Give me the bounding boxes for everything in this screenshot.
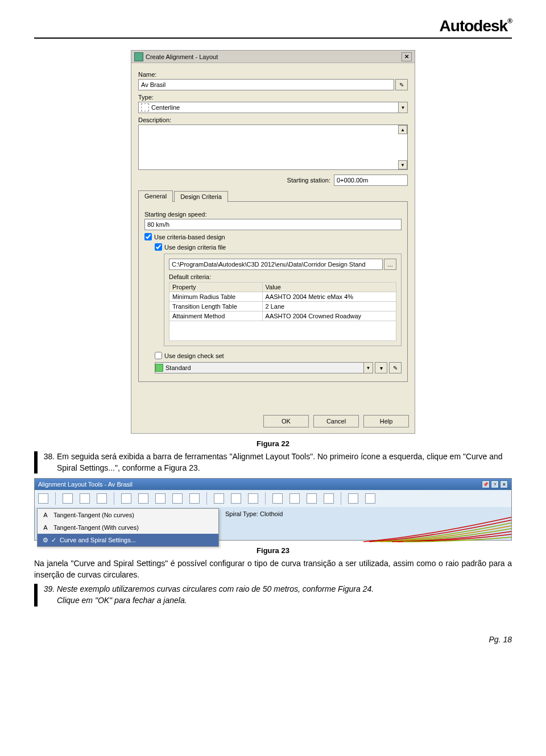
instruction-38: Em seguida será exibida a barra de ferra… <box>34 451 512 473</box>
scroll-down-icon[interactable]: ▼ <box>398 160 407 169</box>
alignment-icon: A <box>41 523 50 532</box>
use-checkset-label: Use design check set <box>164 352 224 359</box>
tool-icon[interactable] <box>324 493 334 504</box>
description-label: Description: <box>138 117 408 123</box>
criteria-table: Property Value Minimum Radius Table AASH… <box>169 282 396 341</box>
tool-icon[interactable] <box>189 493 200 504</box>
default-criteria-label: Default criteria: <box>169 273 396 280</box>
type-label: Type: <box>138 94 408 101</box>
toolbar-title: Alignment Layout Tools - Av Brasil <box>38 481 133 488</box>
chevron-down-icon: ▼ <box>363 363 373 373</box>
name-label: Name: <box>138 71 408 78</box>
tool-icon[interactable] <box>272 493 283 504</box>
tool-icon[interactable] <box>214 493 224 504</box>
toolbar-help-icon[interactable]: ? <box>491 480 499 488</box>
alignment-icon: A <box>41 510 50 520</box>
road-curves-graphic <box>363 514 511 543</box>
ok-button[interactable]: OK <box>263 415 309 427</box>
checkset-action-1[interactable]: ▾ <box>375 362 387 373</box>
table-header-value: Value <box>262 283 396 292</box>
use-file-checkbox[interactable] <box>155 243 162 251</box>
checkset-action-2[interactable]: ✎ <box>389 362 402 373</box>
autodesk-logo: Autodesk® <box>440 17 512 35</box>
table-row: Transition Length Table 2 Lane <box>169 302 396 311</box>
alignment-layout-toolbar: Alignment Layout Tools - Av Brasil 📌 ? ✕ <box>34 478 512 541</box>
toolbar-titlebar: Alignment Layout Tools - Av Brasil 📌 ? ✕ <box>35 479 511 490</box>
station-label: Starting station: <box>287 177 330 184</box>
tool-icon[interactable] <box>307 493 317 504</box>
tab-design-criteria[interactable]: Design Criteria <box>174 191 228 202</box>
menu-item-curve-spiral-settings[interactable]: ⚙ ✓ Curve and Spiral Settings... <box>38 534 218 546</box>
page-footer: Pg. 18 <box>34 635 512 644</box>
file-path-input[interactable] <box>169 259 383 270</box>
table-row: Attainment Method AASHTO 2004 Crowned Ro… <box>169 311 396 321</box>
page-header: Autodesk® <box>34 17 512 39</box>
toolbar-pin-icon[interactable]: 📌 <box>482 480 490 488</box>
use-criteria-label: Use criteria-based design <box>154 234 225 240</box>
tool-icon[interactable] <box>365 493 375 504</box>
speed-label: Starting design speed: <box>144 211 402 218</box>
name-input[interactable] <box>138 79 394 90</box>
speed-input[interactable] <box>144 219 402 230</box>
body-paragraph: Na janela "Curve and Spiral Settings" é … <box>34 558 512 580</box>
tab-general[interactable]: General <box>138 190 173 202</box>
use-checkset-checkbox[interactable] <box>155 352 162 359</box>
figure-22-caption: Figura 22 <box>34 439 512 448</box>
menu-item-with-curves[interactable]: A Tangent-Tangent (With curves) <box>38 521 218 534</box>
toolbar-close-icon[interactable]: ✕ <box>500 480 508 488</box>
use-file-label: Use design criteria file <box>164 244 226 251</box>
tool-icon[interactable] <box>38 493 48 504</box>
design-file-group: … Default criteria: Property Value Minim… <box>164 254 402 346</box>
station-input[interactable] <box>334 175 408 186</box>
instruction-39: Neste exemplo utilizaremos curvas circul… <box>34 584 512 606</box>
tool-icon[interactable] <box>97 493 107 504</box>
tool-icon[interactable] <box>80 493 90 504</box>
browse-button[interactable]: … <box>384 259 396 270</box>
dialog-title: Create Alignment - Layout <box>146 53 402 60</box>
tabs: General Design Criteria <box>138 190 408 202</box>
tool-icon[interactable] <box>172 493 183 504</box>
tab-content-criteria: Starting design speed: Use criteria-base… <box>138 202 408 382</box>
figure-23-caption: Figura 23 <box>34 546 512 555</box>
checkset-dropdown[interactable]: Standard ▼ <box>155 362 373 373</box>
tool-icon[interactable] <box>138 493 148 504</box>
toolbar-icons-row <box>35 490 511 507</box>
table-header-property: Property <box>169 283 263 292</box>
type-dropdown[interactable]: Centerline ▼ <box>138 102 408 113</box>
use-criteria-checkbox[interactable] <box>144 233 152 240</box>
close-button[interactable]: ✕ <box>402 52 412 61</box>
tool-icon[interactable] <box>231 493 241 504</box>
chevron-down-icon: ▼ <box>398 102 407 113</box>
dialog-icon <box>134 52 143 61</box>
name-picker-button[interactable]: ✎ <box>395 79 408 90</box>
help-button[interactable]: Help <box>363 415 409 427</box>
scroll-up-icon[interactable]: ▲ <box>398 125 407 134</box>
spiral-type-label: Spiral Type: Clothoid <box>225 510 283 517</box>
tool-icon[interactable] <box>63 493 73 504</box>
tool-icon[interactable] <box>248 493 258 504</box>
dialog-titlebar: Create Alignment - Layout ✕ <box>131 51 415 63</box>
centerline-icon <box>141 103 149 111</box>
tool-icon[interactable] <box>289 493 300 504</box>
standard-icon <box>155 364 163 372</box>
tool-icon[interactable] <box>155 493 166 504</box>
description-textarea[interactable]: ▲ ▼ <box>138 124 408 170</box>
tool-icon[interactable] <box>121 493 131 504</box>
settings-icon: ⚙ <box>41 535 50 545</box>
table-row: Minimum Radius Table AASHTO 2004 Metric … <box>169 292 396 302</box>
cancel-button[interactable]: Cancel <box>313 415 359 427</box>
tool-menu: A Tangent-Tangent (No curves) A Tangent-… <box>37 508 219 547</box>
tool-icon[interactable] <box>348 493 358 504</box>
create-alignment-dialog: Create Alignment - Layout ✕ Name: ✎ Type… <box>131 50 415 434</box>
menu-item-no-curves[interactable]: A Tangent-Tangent (No curves) <box>38 509 218 521</box>
